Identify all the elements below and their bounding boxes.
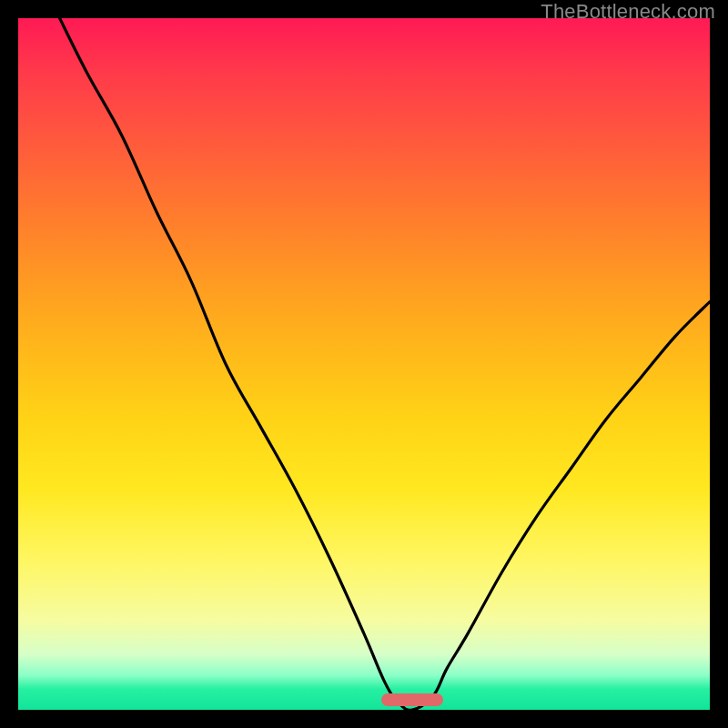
plot-area — [18, 18, 710, 710]
chart-frame: TheBottleneck.com — [0, 0, 728, 728]
bottleneck-curve — [18, 18, 710, 710]
minimum-marker — [381, 693, 443, 706]
